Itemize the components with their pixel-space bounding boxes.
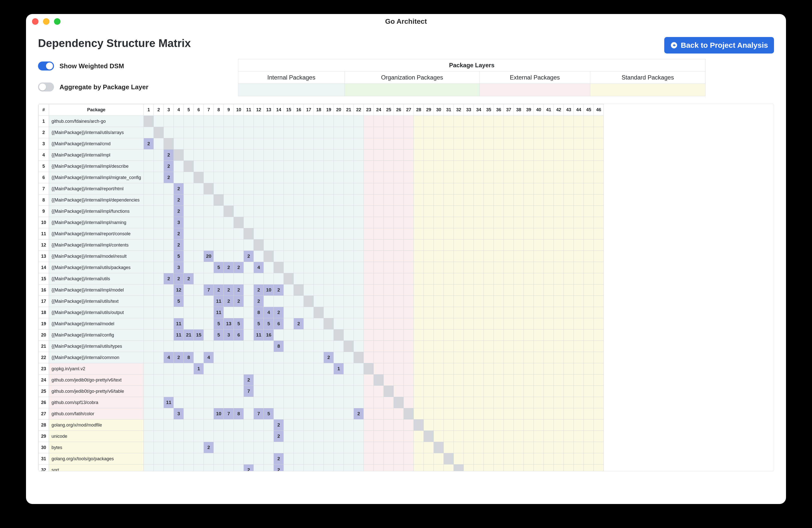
- dsm-cell: [254, 363, 264, 375]
- dsm-cell: [354, 251, 364, 262]
- dsm-cell: [374, 329, 384, 341]
- dsm-cell: [584, 228, 594, 239]
- dsm-cell: [474, 442, 484, 453]
- dsm-cell: [354, 375, 364, 386]
- dsm-cell: [524, 138, 534, 149]
- dsm-cell: [254, 161, 264, 172]
- dsm-cell: [244, 329, 254, 341]
- dsm-cell: [474, 206, 484, 217]
- dsm-cell: [484, 363, 494, 375]
- dsm-cell: [234, 363, 244, 375]
- dsm-cell: [304, 194, 314, 206]
- dsm-cell: [324, 273, 334, 284]
- dsm-cell: [194, 217, 204, 228]
- dsm-cell: [404, 431, 414, 442]
- dsm-cell: [534, 262, 544, 273]
- dsm-cell: [484, 228, 494, 239]
- dsm-cell: [404, 194, 414, 206]
- dsm-cell: [484, 149, 494, 161]
- dsm-row-package: {{MainPackage}}/internal/report/html: [49, 183, 144, 194]
- dsm-cell: [144, 296, 154, 307]
- back-to-project-button[interactable]: Back to Project Analysis: [664, 37, 774, 54]
- layer-col-standard: Standard Packages: [590, 72, 705, 84]
- dsm-cell: [504, 296, 514, 307]
- dsm-cell: [484, 386, 494, 397]
- dsm-cell: [374, 352, 384, 363]
- dsm-cell: 4: [264, 307, 274, 318]
- dsm-cell: [474, 420, 484, 431]
- dsm-cell: [154, 127, 164, 138]
- dsm-cell: [214, 397, 224, 408]
- dsm-col-8: 8: [214, 104, 224, 116]
- dsm-container[interactable]: #Package12345678910111213141516171819202…: [38, 104, 774, 471]
- dsm-cell: [264, 251, 274, 262]
- dsm-cell: [194, 149, 204, 161]
- dsm-col-23: 23: [364, 104, 374, 116]
- dsm-cell: [484, 408, 494, 420]
- dsm-cell: [384, 161, 394, 172]
- window-close-button[interactable]: [32, 18, 39, 25]
- dsm-cell: [264, 296, 274, 307]
- dsm-cell: [304, 329, 314, 341]
- dsm-cell: [594, 194, 604, 206]
- dsm-cell: [344, 217, 354, 228]
- dsm-cell: [244, 116, 254, 127]
- dsm-cell: [354, 363, 364, 375]
- dsm-cell: [184, 149, 194, 161]
- dsm-cell: [334, 431, 344, 442]
- dsm-cell: [584, 375, 594, 386]
- dsm-cell: [364, 284, 374, 296]
- dsm-cell: [334, 318, 344, 329]
- window-maximize-button[interactable]: [54, 18, 60, 25]
- dsm-cell: [254, 149, 264, 161]
- dsm-cell: [144, 363, 154, 375]
- dsm-col-17: 17: [304, 104, 314, 116]
- dsm-cell: [494, 431, 504, 442]
- dsm-cell: [394, 408, 404, 420]
- dsm-cell: [434, 352, 444, 363]
- dsm-cell: [354, 420, 364, 431]
- dsm-cell: [314, 116, 324, 127]
- dsm-cell: [524, 206, 534, 217]
- dsm-cell: [554, 284, 564, 296]
- dsm-cell: [504, 375, 514, 386]
- dsm-cell: [564, 363, 574, 375]
- dsm-cell: [324, 206, 334, 217]
- dsm-cell: [424, 273, 434, 284]
- dsm-cell: [594, 296, 604, 307]
- dsm-row-package: github.com/spf13/cobra: [49, 397, 144, 408]
- dsm-cell: [404, 206, 414, 217]
- dsm-cell: [524, 127, 534, 138]
- dsm-cell: [454, 127, 464, 138]
- dsm-cell: [324, 431, 334, 442]
- dsm-cell: [564, 329, 574, 341]
- dsm-cell: [144, 352, 154, 363]
- dsm-cell: [444, 183, 454, 194]
- dsm-cell: [184, 397, 194, 408]
- dsm-cell: [314, 262, 324, 273]
- dsm-col-35: 35: [484, 104, 494, 116]
- dsm-cell: [154, 442, 164, 453]
- dsm-row-num: 16: [39, 284, 49, 296]
- dsm-cell: [514, 138, 524, 149]
- toggle-weighted-dsm[interactable]: [38, 61, 54, 71]
- dsm-cell: [404, 217, 414, 228]
- dsm-cell: [584, 161, 594, 172]
- dsm-cell: [224, 194, 234, 206]
- dsm-cell: [424, 341, 434, 352]
- toggle-aggregate-layer[interactable]: [38, 83, 54, 91]
- dsm-cell: 2: [274, 453, 284, 465]
- dsm-cell: [274, 408, 284, 420]
- dsm-cell: [304, 251, 314, 262]
- dsm-cell: [514, 352, 524, 363]
- dsm-cell: [554, 363, 564, 375]
- dsm-cell: [544, 431, 554, 442]
- dsm-cell: [244, 442, 254, 453]
- dsm-cell: [294, 262, 304, 273]
- dsm-cell: [424, 284, 434, 296]
- window-minimize-button[interactable]: [43, 18, 49, 25]
- dsm-cell: [544, 318, 554, 329]
- dsm-col-38: 38: [514, 104, 524, 116]
- dsm-cell: [404, 228, 414, 239]
- dsm-cell: [364, 386, 374, 397]
